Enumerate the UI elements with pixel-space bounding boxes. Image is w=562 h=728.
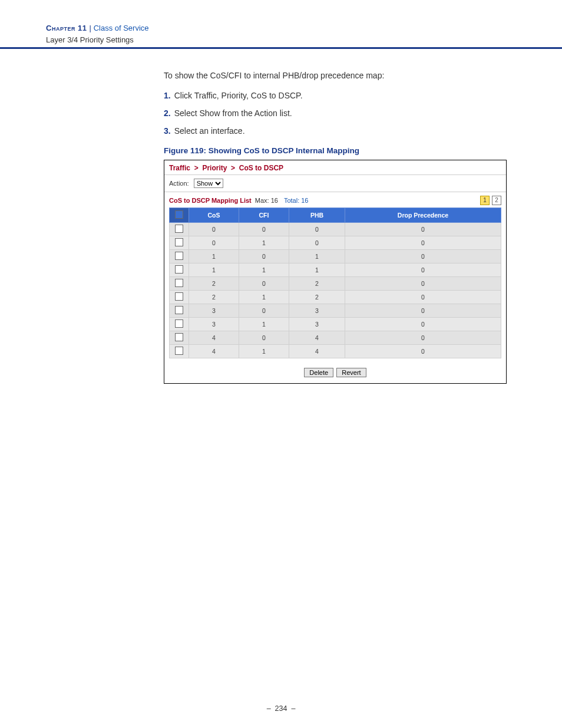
revert-button[interactable]: Revert <box>336 368 366 377</box>
checkbox-icon <box>175 319 183 328</box>
page-button-2[interactable]: 2 <box>492 196 501 205</box>
cell-cos: 1 <box>189 250 239 263</box>
cell-phb: 3 <box>289 304 345 318</box>
step-item: 1.Click Traffic, Priority, CoS to DSCP. <box>164 91 511 100</box>
step-text: Select Show from the Action list. <box>174 108 292 118</box>
table-row: 2020 <box>170 277 501 291</box>
step-number: 3. <box>164 126 171 136</box>
cell-phb: 2 <box>289 291 345 304</box>
cell-cfi: 1 <box>239 318 289 331</box>
chapter-title: Class of Service <box>94 24 149 32</box>
cell-cos: 0 <box>189 236 239 250</box>
checkbox-icon <box>175 292 183 301</box>
action-label: Action: <box>169 180 189 187</box>
breadcrumb-sep: > <box>192 164 200 172</box>
footer-dash: – <box>267 704 271 713</box>
action-row: Action: Show <box>164 175 506 192</box>
row-checkbox[interactable] <box>170 223 189 236</box>
cell-cfi: 1 <box>239 345 289 358</box>
checkbox-icon <box>175 252 183 260</box>
cell-cfi: 0 <box>239 223 289 236</box>
row-checkbox[interactable] <box>170 250 189 263</box>
row-checkbox[interactable] <box>170 263 189 277</box>
cell-cos: 2 <box>189 291 239 304</box>
cell-phb: 4 <box>289 331 345 345</box>
cell-cfi: 1 <box>239 236 289 250</box>
steps-list: 1.Click Traffic, Priority, CoS to DSCP. … <box>164 91 511 136</box>
table-row: 0000 <box>170 223 501 236</box>
step-item: 3.Select an interface. <box>164 126 511 136</box>
mapping-table: CoS CFI PHB Drop Precedence 0000 0100 10… <box>169 207 501 358</box>
cell-phb: 4 <box>289 345 345 358</box>
delete-button[interactable]: Delete <box>304 368 333 377</box>
breadcrumb: Traffic > Priority > CoS to DSCP <box>164 160 506 175</box>
cell-cfi: 0 <box>239 304 289 318</box>
table-row: 3130 <box>170 318 501 331</box>
col-phb: PHB <box>289 208 345 223</box>
page-header: Chapter 11 | Class of Service Layer 3/4 … <box>46 22 149 45</box>
cell-phb: 0 <box>289 236 345 250</box>
checkbox-icon <box>175 279 183 287</box>
cell-dp: 0 <box>345 318 501 331</box>
cell-dp: 0 <box>345 250 501 263</box>
row-checkbox[interactable] <box>170 291 189 304</box>
checkbox-icon <box>175 238 183 246</box>
page-footer: – 234 – <box>0 704 562 713</box>
cell-cfi: 1 <box>239 263 289 277</box>
breadcrumb-sep: > <box>229 164 237 172</box>
step-text: Click Traffic, Priority, CoS to DSCP. <box>174 91 303 100</box>
page-button-1[interactable]: 1 <box>480 196 490 205</box>
checkbox-icon <box>175 333 183 341</box>
cell-phb: 2 <box>289 277 345 291</box>
row-checkbox[interactable] <box>170 318 189 331</box>
row-checkbox[interactable] <box>170 277 189 291</box>
col-cfi: CFI <box>239 208 289 223</box>
header-subtitle: Layer 3/4 Priority Settings <box>46 34 149 46</box>
cell-dp: 0 <box>345 277 501 291</box>
cell-cfi: 0 <box>239 250 289 263</box>
cell-phb: 3 <box>289 318 345 331</box>
table-row: 1010 <box>170 250 501 263</box>
cell-dp: 0 <box>345 263 501 277</box>
row-checkbox[interactable] <box>170 345 189 358</box>
cell-cfi: 0 <box>239 331 289 345</box>
cell-phb: 0 <box>289 223 345 236</box>
checkbox-icon <box>175 225 183 233</box>
col-drop-precedence: Drop Precedence <box>345 208 501 223</box>
step-number: 1. <box>164 91 171 100</box>
table-body: 0000 0100 1010 1110 2020 2120 3030 3130 … <box>170 223 501 358</box>
chapter-label: Chapter 11 <box>46 24 90 32</box>
chapter-number: 11 <box>78 24 87 32</box>
cell-dp: 0 <box>345 223 501 236</box>
cell-dp: 0 <box>345 304 501 318</box>
table-row: 4040 <box>170 331 501 345</box>
checkbox-icon <box>175 210 183 219</box>
cell-dp: 0 <box>345 291 501 304</box>
select-all-header[interactable] <box>170 208 189 223</box>
cell-cos: 0 <box>189 223 239 236</box>
breadcrumb-item: CoS to DSCP <box>239 164 283 172</box>
cell-cos: 1 <box>189 263 239 277</box>
row-checkbox[interactable] <box>170 304 189 318</box>
table-row: 0100 <box>170 236 501 250</box>
row-checkbox[interactable] <box>170 236 189 250</box>
app-screenshot: Traffic > Priority > CoS to DSCP Action:… <box>164 160 507 384</box>
list-header: CoS to DSCP Mapping List Max: 16 Total: … <box>164 192 506 207</box>
table-header-row: CoS CFI PHB Drop Precedence <box>170 208 501 223</box>
list-max: Max: 16 <box>255 197 278 204</box>
breadcrumb-item: Traffic <box>169 164 190 172</box>
breadcrumb-item: Priority <box>202 164 227 172</box>
row-checkbox[interactable] <box>170 331 189 345</box>
cell-dp: 0 <box>345 236 501 250</box>
table-row: 4140 <box>170 345 501 358</box>
cell-cfi: 1 <box>239 291 289 304</box>
table-row: 1110 <box>170 263 501 277</box>
cell-phb: 1 <box>289 263 345 277</box>
pager: 1 2 <box>480 196 501 205</box>
step-text: Select an interface. <box>174 126 245 136</box>
action-select[interactable]: Show <box>194 179 223 188</box>
table-row: 3030 <box>170 304 501 318</box>
list-title: CoS to DSCP Mapping List <box>169 197 252 204</box>
cell-cos: 2 <box>189 277 239 291</box>
checkbox-icon <box>175 347 183 355</box>
